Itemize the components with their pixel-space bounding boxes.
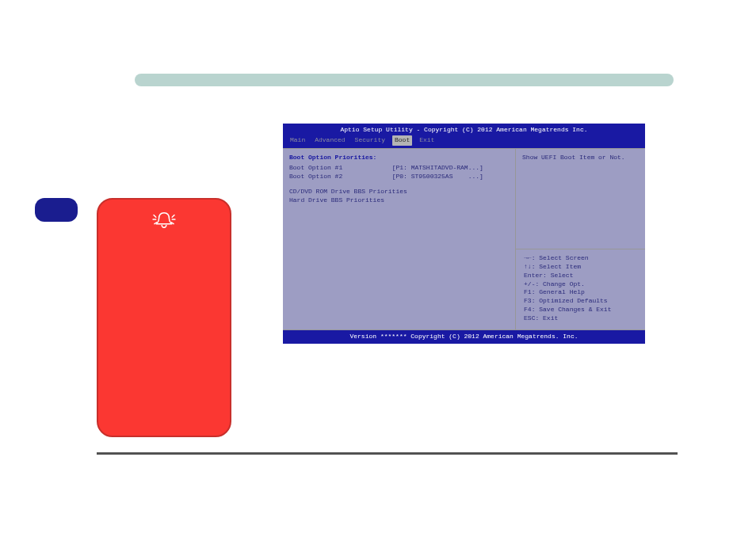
- bios-footer: Version ******* Copyright (C) 2012 Ameri…: [283, 330, 645, 345]
- bios-left-pane: Boot Option Priorities: Boot Option #1 […: [283, 149, 516, 329]
- page-marker-pill: [35, 198, 78, 222]
- bios-key-help: →←: Select Screen ↑↓: Select Item Enter:…: [516, 249, 645, 329]
- bell-icon: [152, 210, 176, 230]
- bios-tab-main[interactable]: Main: [288, 135, 307, 146]
- warning-panel: [97, 198, 231, 437]
- bios-tab-security[interactable]: Security: [353, 135, 388, 146]
- bios-tab-bar: Main Advanced Security Boot Exit: [283, 135, 645, 148]
- bios-tab-boot[interactable]: Boot: [392, 135, 412, 146]
- hdd-bbs-priorities[interactable]: Hard Drive BBS Priorities: [289, 196, 509, 205]
- bios-right-pane: Show UEFI Boot Item or Not. →←: Select S…: [516, 149, 645, 329]
- svg-line-0: [154, 215, 156, 218]
- page-bottom-divider: [97, 452, 678, 455]
- boot-priorities-header: Boot Option Priorities:: [289, 154, 509, 162]
- bios-item-help: Show UEFI Boot Item or Not.: [516, 149, 645, 250]
- bios-body: Boot Option Priorities: Boot Option #1 […: [283, 148, 645, 330]
- boot-option-2-value: [P0: ST9500325AS ...]: [392, 173, 483, 180]
- bios-tab-exit[interactable]: Exit: [417, 135, 437, 146]
- bios-screenshot: Aptio Setup Utility - Copyright (C) 2012…: [283, 124, 645, 344]
- boot-option-1-row[interactable]: Boot Option #1 [P1: MATSHITADVD-RAM...]: [289, 164, 509, 173]
- section-divider-bar: [135, 74, 674, 86]
- boot-option-2-label: Boot Option #2: [289, 173, 342, 180]
- svg-line-3: [172, 215, 174, 218]
- cddvd-bbs-priorities[interactable]: CD/DVD ROM Drive BBS Priorities: [289, 188, 509, 196]
- boot-option-1-label: Boot Option #1: [289, 164, 342, 171]
- bios-tab-advanced[interactable]: Advanced: [312, 135, 347, 146]
- boot-option-2-row[interactable]: Boot Option #2 [P0: ST9500325AS ...]: [289, 173, 509, 181]
- boot-option-1-value: [P1: MATSHITADVD-RAM...]: [392, 164, 483, 171]
- bios-title: Aptio Setup Utility - Copyright (C) 2012…: [283, 124, 645, 135]
